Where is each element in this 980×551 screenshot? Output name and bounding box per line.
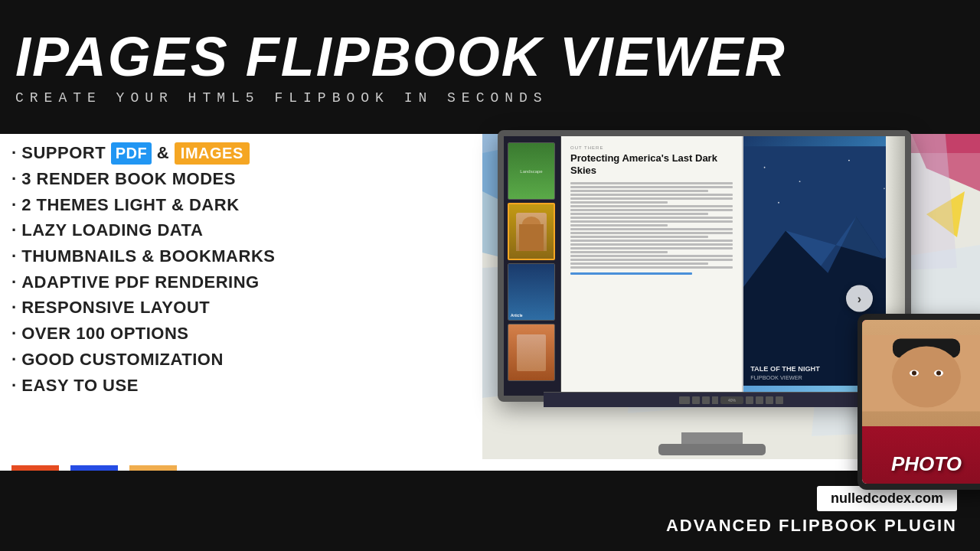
svg-point-23 (799, 181, 800, 182)
badge-images: IMAGES (175, 142, 250, 165)
feature-thumbnails: THUMBNAILS & BOOKMARKS (11, 245, 295, 268)
badge-pdf: PDF (111, 142, 152, 165)
text-line (570, 197, 733, 200)
feature-support: SUPPORT PDF & IMAGES (11, 142, 295, 165)
toolbar-icon-4[interactable] (746, 396, 753, 404)
text-line (570, 205, 733, 207)
left-content: SUPPORT PDF & IMAGES 3 RENDER BOOK MODES… (11, 142, 295, 399)
feature-lazy-loading: LAZY LOADING DATA (11, 219, 295, 242)
svg-point-37 (936, 371, 941, 376)
features-list: SUPPORT PDF & IMAGES 3 RENDER BOOK MODES… (11, 142, 295, 396)
toolbar-icon-2[interactable] (692, 396, 700, 404)
feature-responsive: RESPONSIVE LAYOUT (11, 296, 295, 319)
text-line (570, 186, 733, 188)
thumbnail-2 (508, 203, 555, 260)
tablet-cover-photo-label: PHOTO (891, 452, 962, 476)
page-left: OUT THERE Protecting America's Last Dark… (561, 136, 743, 396)
toolbar-icon-5[interactable] (756, 396, 763, 404)
text-line (570, 236, 708, 238)
header: IPAGES FLIPBOOK VIEWER CREATE YOUR HTML5… (0, 0, 980, 134)
tablet-screen: PHOTO (862, 320, 980, 484)
thumbnail-4 (508, 324, 555, 381)
tablet-cover-face (862, 320, 980, 426)
text-line (570, 182, 733, 184)
text-line (570, 213, 708, 215)
text-line (570, 190, 708, 192)
svg-point-36 (912, 371, 916, 376)
article-title: Protecting America's Last Dark Skies (570, 152, 733, 176)
thumb2-face (516, 213, 547, 251)
text-line (570, 266, 733, 269)
feature-adaptive-pdf: ADAPTIVE PDF RENDERING (11, 271, 295, 294)
device-area: Landscape A (498, 130, 980, 467)
text-line (570, 228, 733, 230)
text-line (570, 220, 733, 223)
zoom-value: 40% (728, 398, 736, 403)
svg-point-24 (848, 160, 850, 161)
text-line (570, 217, 733, 219)
thumbnail-3: Article (508, 263, 555, 321)
text-line (570, 251, 668, 253)
toolbar-icon-6[interactable] (766, 396, 773, 404)
text-line (570, 259, 733, 261)
flipbook-pages: OUT THERE Protecting America's Last Dark… (561, 136, 905, 396)
advanced-badge: ADVANCED FLIPBOOK PLUGIN (666, 516, 957, 536)
tablet-photo-text: PHOTO (891, 452, 962, 476)
svg-text:FLIPBOOK VIEWER: FLIPBOOK VIEWER (750, 374, 802, 381)
feature-themes: 2 THEMES LIGHT & DARK (11, 194, 295, 217)
bottom-bar: nulledcodex.com ADVANCED FLIPBOOK PLUGIN (0, 471, 980, 551)
text-line (570, 247, 733, 249)
tablet: PHOTO (858, 314, 980, 490)
feature-easy: EASY TO USE (11, 374, 295, 397)
svg-text:TALE OF THE NIGHT: TALE OF THE NIGHT (750, 365, 820, 373)
flipbook-container: Landscape A (504, 136, 905, 396)
tablet-cover: PHOTO (862, 320, 980, 484)
toolbar-icon-1[interactable] (679, 396, 690, 404)
text-line (570, 240, 733, 242)
article-category: OUT THERE (570, 145, 733, 150)
nav-arrow-right[interactable]: › (846, 285, 873, 312)
flipbook-sidebar: Landscape A (504, 136, 561, 396)
thumb4-portrait (517, 334, 546, 371)
text-line (570, 201, 668, 204)
text-line (570, 262, 708, 265)
article-link (570, 272, 692, 275)
toolbar-icon-7[interactable] (776, 396, 783, 404)
thumb3-text: Article (511, 313, 523, 318)
article-body (570, 182, 733, 275)
feature-render-modes: 3 RENDER BOOK MODES (11, 168, 295, 191)
feature-options: OVER 100 OPTIONS (11, 322, 295, 345)
thumb1-text: Landscape (520, 169, 542, 174)
main-title: IPAGES FLIPBOOK VIEWER (15, 29, 980, 84)
toolbar-percent: 40% (720, 396, 743, 404)
text-line (570, 255, 733, 257)
monitor-screen: Landscape A (498, 130, 911, 402)
svg-point-26 (778, 202, 779, 204)
monitor-base (658, 444, 766, 455)
text-line (570, 209, 733, 211)
toolbar-separator (712, 396, 718, 404)
text-line (570, 243, 733, 246)
text-line (570, 224, 668, 227)
feature-customization: GOOD CUSTOMIZATION (11, 348, 295, 371)
text-line (570, 232, 733, 234)
sub-title: CREATE YOUR HTML5 FLIPBOOK IN SECONDS (15, 90, 980, 106)
svg-point-33 (892, 347, 961, 408)
cover-face-svg (862, 320, 980, 426)
text-line (570, 194, 733, 196)
toolbar-icon-3[interactable] (702, 396, 710, 404)
svg-point-25 (883, 187, 884, 189)
thumbnail-1: Landscape (508, 142, 555, 200)
svg-point-22 (763, 167, 765, 168)
bottom-right-content: nulledcodex.com ADVANCED FLIPBOOK PLUGIN (666, 486, 957, 536)
